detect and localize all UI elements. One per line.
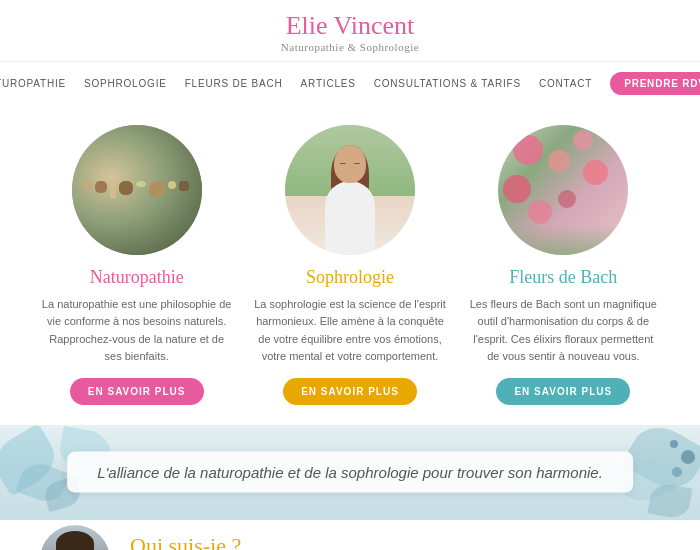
sophrologie-learn-more-button[interactable]: EN SAVOIR PLUS: [283, 378, 417, 405]
site-header: Elie Vincent Naturopathie & Sophrologie: [0, 0, 700, 62]
cards-row: Naturopathie La naturopathie est une phi…: [40, 125, 660, 405]
avatar-circle: [40, 525, 110, 550]
bottom-section-title: Qui suis-je ?: [130, 525, 241, 550]
fleurs-learn-more-button[interactable]: EN SAVOIR PLUS: [496, 378, 630, 405]
fleurs-description: Les fleurs de Bach sont un magnifique ou…: [467, 296, 660, 366]
sophrologie-image: [285, 125, 415, 255]
card-fleurs-de-bach: Fleurs de Bach Les fleurs de Bach sont u…: [467, 125, 660, 405]
nav-sophrologie[interactable]: SOPHROLOGIE: [84, 78, 167, 89]
site-title: Elie Vincent: [0, 12, 700, 41]
banner-section: L'alliance de la naturopathie et de la s…: [0, 425, 700, 520]
naturopathie-title: Naturopathie: [90, 267, 184, 288]
banner-text: L'alliance de la naturopathie et de la s…: [97, 464, 603, 481]
site-subtitle: Naturopathie & Sophrologie: [0, 41, 700, 53]
sophrologie-title: Sophrologie: [306, 267, 394, 288]
nav-contact[interactable]: CONTACT: [539, 78, 592, 89]
fleurs-title: Fleurs de Bach: [509, 267, 617, 288]
avatar-image: [40, 525, 110, 550]
nav-fleurs-de-bach[interactable]: FLEURS DE BACH: [185, 78, 283, 89]
bottom-section: Qui suis-je ?: [0, 520, 700, 550]
main-nav: NATUROPATHIE SOPHROLOGIE FLEURS DE BACH …: [0, 62, 700, 105]
nav-naturopathie[interactable]: NATUROPATHIE: [0, 78, 66, 89]
nav-consultations[interactable]: CONSULTATIONS & TARIFS: [374, 78, 521, 89]
fleurs-image: [498, 125, 628, 255]
card-sophrologie: Sophrologie La sophrologie est la scienc…: [253, 125, 446, 405]
sophrologie-description: La sophrologie est la science de l'espri…: [253, 296, 446, 366]
naturopathie-description: La naturopathie est une philosophie de v…: [40, 296, 233, 366]
banner-text-box: L'alliance de la naturopathie et de la s…: [67, 452, 633, 493]
card-naturopathie: Naturopathie La naturopathie est une phi…: [40, 125, 233, 405]
nav-articles[interactable]: ARTICLES: [301, 78, 356, 89]
naturopathie-image: [72, 125, 202, 255]
naturopathie-learn-more-button[interactable]: EN SAVOIR PLUS: [70, 378, 204, 405]
nav-cta-button[interactable]: PRENDRE RDV: [610, 72, 700, 95]
main-content: Naturopathie La naturopathie est une phi…: [0, 105, 700, 415]
